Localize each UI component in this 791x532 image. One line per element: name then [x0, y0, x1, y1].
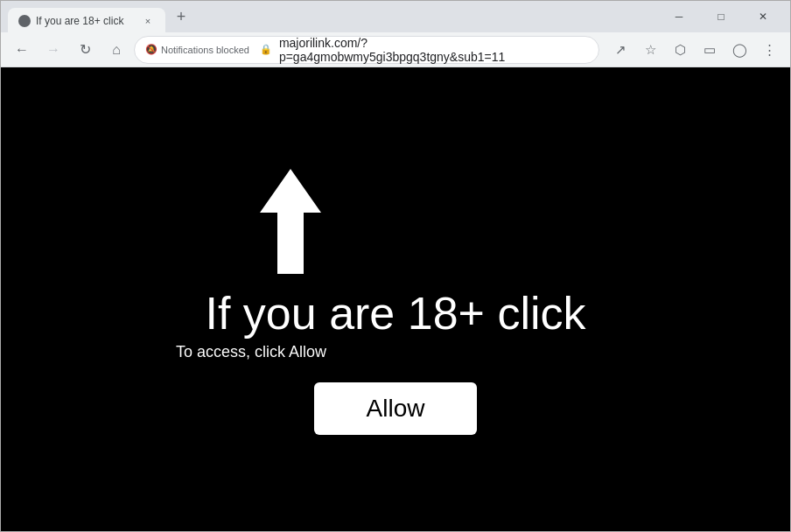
sub-text: To access, click Allow [176, 343, 326, 361]
address-bar[interactable]: 🔕 Notifications blocked 🔒 majorilink.com… [134, 36, 599, 64]
page-content: If you are 18+ click To access, click Al… [1, 67, 790, 531]
minimize-button[interactable]: ─ [659, 3, 699, 31]
toolbar-icons: ↗ ☆ ⬡ ▭ ◯ ⋮ [606, 36, 783, 64]
refresh-button[interactable]: ↻ [71, 36, 99, 64]
url-text: majorilink.com/?p=ga4gmobwmy5gi3bpgq3tgn… [279, 36, 588, 64]
menu-button[interactable]: ⋮ [755, 36, 783, 64]
tab-title: If you are 18+ click [36, 15, 136, 27]
window-controls: ─ □ ✕ [659, 3, 783, 31]
profile-button[interactable]: ◯ [725, 36, 753, 64]
window-close-button[interactable]: ✕ [743, 3, 783, 31]
maximize-button[interactable]: □ [701, 3, 741, 31]
back-button[interactable]: ← [8, 36, 36, 64]
notifications-blocked-badge: 🔕 Notifications blocked [145, 44, 249, 55]
nav-bar: ← → ↻ ⌂ 🔕 Notifications blocked 🔒 majori… [1, 32, 790, 67]
lock-icon: 🔒 [260, 44, 272, 55]
notifications-blocked-text: Notifications blocked [161, 45, 249, 55]
share-button[interactable]: ↗ [606, 36, 634, 64]
tab-bar: If you are 18+ click × + [8, 1, 648, 32]
up-arrow-icon [256, 164, 326, 278]
security-indicator: 🔒 [260, 44, 272, 55]
new-tab-button[interactable]: + [169, 4, 193, 29]
svg-marker-0 [260, 169, 321, 274]
bookmark-button[interactable]: ☆ [636, 36, 664, 64]
main-heading: If you are 18+ click [206, 287, 586, 340]
browser-tab[interactable]: If you are 18+ click × [8, 8, 165, 34]
sidebar-button[interactable]: ▭ [696, 36, 724, 64]
bell-icon: 🔕 [145, 44, 158, 55]
home-button[interactable]: ⌂ [102, 36, 130, 64]
allow-button[interactable]: Allow [314, 382, 478, 435]
tab-favicon-icon [18, 15, 31, 27]
forward-button[interactable]: → [39, 36, 67, 64]
title-bar: If you are 18+ click × + ─ □ ✕ [1, 1, 790, 32]
tab-close-button[interactable]: × [141, 14, 155, 28]
extensions-button[interactable]: ⬡ [666, 36, 694, 64]
browser-window: If you are 18+ click × + ─ □ ✕ ← → ↻ ⌂ 🔕… [0, 0, 791, 532]
